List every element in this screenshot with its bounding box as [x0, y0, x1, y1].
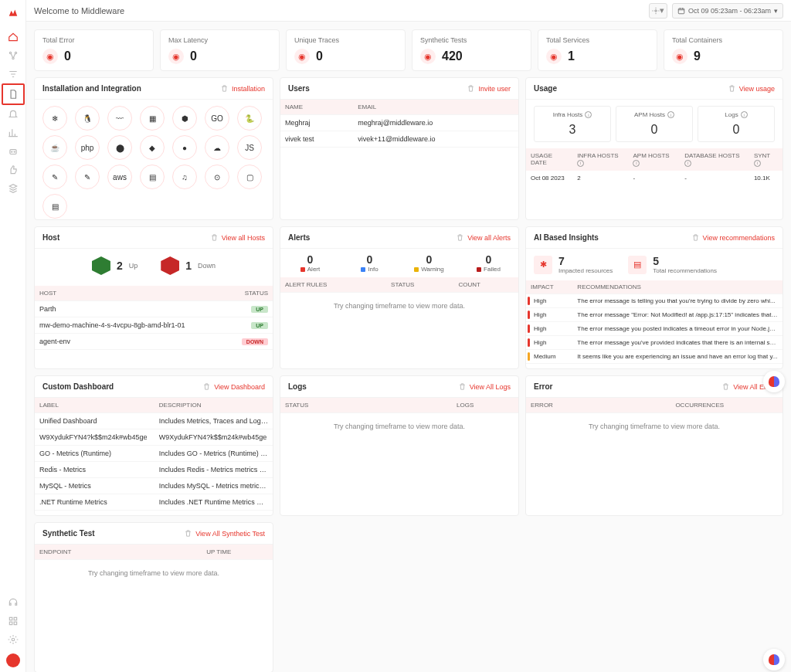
installation-link[interactable]: Installation [220, 84, 265, 93]
integration-icon[interactable]: ⬤ [107, 135, 132, 160]
integration-icon[interactable]: 🐍 [237, 106, 262, 131]
integration-icon[interactable]: aws [107, 165, 132, 189]
view-alerts-link[interactable]: View all Alerts [456, 233, 511, 242]
table-row[interactable]: GO - Metrics (Runtime)Includes GO - Metr… [35, 446, 273, 462]
table-row[interactable]: HighThe error message you've provided in… [526, 336, 783, 350]
view-synthetic-link[interactable]: View All Synthetic Test [184, 529, 265, 538]
calendar-icon [677, 7, 685, 15]
integration-icon[interactable]: ✎ [42, 165, 67, 189]
ai-assist-button-2[interactable] [763, 649, 785, 670]
sidebar-stack-icon[interactable] [0, 179, 26, 198]
chevron-down-icon: ▾ [774, 7, 778, 15]
table-row[interactable]: HighThe error message "Error: Not Modifi… [526, 308, 783, 322]
avatar[interactable] [6, 653, 20, 667]
table-row[interactable]: W9XydukFYN4?k$$m24k#wb45geW9XydukFYN4?k$… [35, 429, 273, 446]
integration-icon[interactable]: ♫ [172, 165, 197, 189]
table-row[interactable]: ParthUP [35, 301, 273, 317]
integration-icon[interactable]: ☁ [205, 135, 229, 160]
page-title: Welcome to Middleware [34, 6, 124, 15]
stat-card: Unique Traces ◉0 [286, 29, 406, 71]
info-icon[interactable]: i [585, 111, 592, 118]
table-row[interactable]: agent-envDOWN [35, 334, 273, 350]
invite-user-link[interactable]: Invite user [467, 84, 511, 93]
info-icon[interactable]: i [633, 160, 640, 167]
view-hosts-link[interactable]: View all Hosts [210, 233, 265, 242]
integration-icon[interactable]: ● [172, 135, 197, 160]
info-icon[interactable]: i [684, 160, 691, 167]
svg-rect-9 [14, 622, 17, 625]
logo-icon[interactable] [0, 3, 26, 22]
date-range-picker[interactable]: Oct 09 05:23am - 06:23am ▾ [672, 3, 783, 19]
doc-icon: ▤ [628, 256, 647, 274]
sidebar [0, 0, 26, 672]
table-row[interactable]: mw-demo-machine-4-s-4vcpu-8gb-amd-blr1-0… [35, 317, 273, 334]
stat-icon: ◉ [420, 49, 436, 64]
ai-assist-button[interactable] [763, 371, 785, 392]
sidebar-headset-icon[interactable] [0, 593, 26, 612]
settings-button[interactable]: ▾ [649, 3, 667, 19]
bug-icon: ✱ [534, 256, 552, 274]
brain-icon [769, 376, 779, 387]
sidebar-doc-icon[interactable] [2, 83, 25, 105]
sidebar-filter-icon[interactable] [0, 65, 26, 83]
table-row[interactable]: HighThe error message you posted indicat… [526, 322, 783, 336]
integration-icon[interactable]: 🐧 [75, 106, 100, 131]
integration-icon[interactable]: ◆ [140, 135, 165, 160]
stat-icon: ◉ [672, 49, 687, 64]
integration-icon[interactable]: ⊙ [205, 165, 229, 189]
logs-panel: Logs View All Logs STATUSLOGS Try changi… [280, 375, 519, 516]
info-icon[interactable]: i [741, 111, 748, 118]
table-row[interactable]: .NET Runtime MetricsIncludes .NET Runtim… [35, 494, 273, 511]
sidebar-thumbs-icon[interactable] [0, 161, 26, 179]
status-badge: DOWN [242, 338, 268, 345]
integration-icon[interactable]: ▤ [140, 165, 165, 189]
trash-icon [202, 382, 211, 391]
host-panel: Host View all Hosts 2Up 1Down HOSTSTATUS… [34, 226, 273, 369]
table-row[interactable]: Redis - MetricsIncludes Redis - Metrics … [35, 462, 273, 478]
info-icon[interactable]: i [754, 160, 761, 167]
sidebar-home-icon[interactable] [0, 28, 26, 46]
integration-icon[interactable]: php [75, 135, 100, 160]
status-badge: UP [251, 306, 268, 313]
custom-dashboard-panel: Custom Dashboard View Dashboard LABELDES… [34, 375, 273, 516]
table-row[interactable]: Java Runtime MetricsIncludes Java Runtim… [35, 511, 273, 517]
stat-icon: ◉ [294, 49, 310, 64]
view-logs-link[interactable]: View All Logs [458, 382, 511, 391]
integration-icon[interactable]: ☕ [42, 135, 67, 160]
trash-icon [458, 382, 467, 391]
info-icon[interactable]: i [577, 160, 584, 167]
integration-icon[interactable]: ▤ [42, 194, 67, 219]
integration-icon[interactable]: ▢ [237, 165, 262, 189]
sidebar-grid-icon[interactable] [0, 612, 26, 630]
sidebar-bell-icon[interactable] [0, 105, 26, 124]
stat-card: Synthetic Tests ◉420 [412, 29, 531, 71]
table-row[interactable]: Meghrajmeghraj@middleware.io [280, 115, 518, 131]
integration-icon[interactable]: JS [237, 135, 262, 160]
svg-point-5 [14, 151, 15, 152]
table-row[interactable]: MySQL - MetricsIncludes MySQL - Metrics … [35, 478, 273, 494]
insights-panel: AI Based Insights View recommendations ✱… [525, 226, 783, 369]
sidebar-nodes-icon[interactable] [0, 46, 26, 65]
table-row[interactable]: HighThe error message is telling you tha… [526, 294, 783, 308]
table-row[interactable]: MediumIt seems like you are experiencing… [526, 350, 783, 364]
users-panel: Users Invite user NAMEEMAIL Meghrajmeghr… [280, 77, 519, 220]
svg-point-11 [655, 9, 657, 12]
view-usage-link[interactable]: View usage [728, 84, 775, 93]
trash-icon [467, 84, 475, 93]
table-row[interactable]: vivek testvivek+11@middleware.io [280, 131, 518, 148]
sidebar-gear-icon[interactable] [0, 630, 26, 649]
integration-icon[interactable]: ⬢ [172, 106, 197, 131]
integration-icon[interactable]: ▦ [140, 106, 165, 131]
view-recommendations-link[interactable]: View recommendations [691, 233, 775, 242]
sidebar-chart-icon[interactable] [0, 124, 26, 142]
integration-icon[interactable]: ❄ [42, 106, 67, 131]
integration-icon[interactable]: ✎ [75, 165, 100, 189]
integration-icon[interactable]: GO [205, 106, 229, 131]
integration-icon[interactable]: 〰 [107, 106, 132, 131]
info-icon[interactable]: i [667, 111, 674, 118]
synthetic-panel: Synthetic Test View All Synthetic Test E… [34, 522, 273, 672]
table-row[interactable]: Unified DashboardIncludes Metrics, Trace… [35, 413, 273, 429]
view-dashboard-link[interactable]: View Dashboard [202, 382, 265, 391]
hex-down-icon [161, 256, 179, 275]
sidebar-robot-icon[interactable] [0, 142, 26, 161]
